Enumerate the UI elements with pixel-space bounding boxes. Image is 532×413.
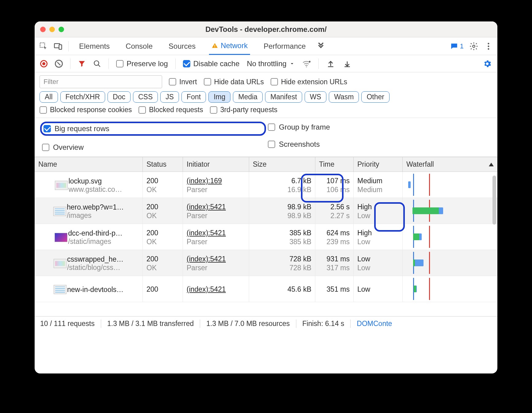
network-conditions-icon[interactable]: [302, 59, 311, 68]
chip-css[interactable]: CSS: [133, 91, 158, 103]
kebab-menu-icon[interactable]: [484, 42, 493, 51]
group-by-frame-checkbox[interactable]: Group by frame: [266, 122, 492, 133]
titlebar: DevTools - developer.chrome.com/: [35, 21, 497, 37]
sort-asc-icon: [489, 163, 494, 166]
thumbnail-icon: [54, 259, 66, 268]
waterfall-bar: [405, 278, 496, 300]
status-transferred: 1.3 MB / 3.1 MB transferred: [101, 320, 200, 328]
col-priority[interactable]: Priority: [354, 157, 403, 172]
status-dcl: DOMConte: [351, 320, 398, 328]
third-party-checkbox[interactable]: 3rd-party requests: [210, 106, 278, 114]
table-row[interactable]: hero.webp?w=1…/images200OK(index):5421Pa…: [35, 198, 497, 224]
col-waterfall[interactable]: Waterfall: [403, 157, 497, 172]
scrollbar-thumb[interactable]: [492, 176, 496, 225]
waterfall-bar: [405, 226, 496, 248]
download-har-icon[interactable]: [343, 59, 352, 68]
svg-point-5: [473, 45, 475, 47]
request-path: /static/images: [68, 237, 123, 246]
status-requests: 10 / 111 requests: [40, 320, 101, 328]
chip-font[interactable]: Font: [181, 91, 206, 103]
chip-doc[interactable]: Doc: [108, 91, 131, 103]
chip-wasm[interactable]: Wasm: [329, 91, 359, 103]
device-toolbar-icon[interactable]: [54, 42, 63, 51]
tab-performance[interactable]: Performance: [261, 37, 308, 55]
request-path: www.gstatic.co…: [68, 185, 122, 194]
blocked-cookies-checkbox[interactable]: Blocked response cookies: [40, 106, 132, 114]
filter-bar: Invert Hide data URLs Hide extension URL…: [35, 72, 497, 118]
filter-icon[interactable]: [78, 60, 86, 68]
tab-sources[interactable]: Sources: [166, 37, 198, 55]
hide-extension-urls-checkbox[interactable]: Hide extension URLs: [271, 78, 347, 86]
initiator-link[interactable]: (index):5421: [187, 229, 245, 237]
tab-elements[interactable]: Elements: [77, 37, 112, 55]
tab-console[interactable]: Console: [123, 37, 155, 55]
chip-img[interactable]: Img: [208, 91, 230, 103]
network-settings-icon[interactable]: [483, 59, 492, 68]
invert-checkbox[interactable]: Invert: [169, 78, 197, 86]
throttling-select[interactable]: No throttling: [247, 59, 294, 68]
initiator-link[interactable]: (index):5421: [187, 203, 245, 211]
overview-checkbox[interactable]: Overview: [40, 142, 266, 153]
settings-icon[interactable]: [469, 42, 478, 51]
network-toolbar: Preserve log Disable cache No throttling: [35, 55, 497, 72]
close-window-button[interactable]: [40, 27, 46, 32]
upload-har-icon[interactable]: [326, 59, 335, 68]
svg-rect-2: [59, 45, 62, 49]
record-button[interactable]: [40, 60, 48, 67]
chip-manifest[interactable]: Manifest: [265, 91, 302, 103]
resource-type-chips: All Fetch/XHR Doc CSS JS Font Img Media …: [40, 91, 492, 103]
table-row[interactable]: new-in-devtools…200(index):542145.6 kB35…: [35, 276, 497, 302]
caret-down-icon: [290, 61, 294, 66]
chip-media[interactable]: Media: [233, 91, 263, 103]
svg-point-9: [94, 61, 99, 65]
status-bar: 10 / 111 requests 1.3 MB / 3.1 MB transf…: [35, 316, 497, 331]
request-path: /static/blog/css…: [67, 263, 124, 272]
request-name: hero.webp?w=1…: [67, 203, 124, 211]
chip-js[interactable]: JS: [160, 91, 179, 103]
initiator-link[interactable]: (index):5421: [187, 285, 245, 294]
blocked-requests-checkbox[interactable]: Blocked requests: [139, 106, 203, 114]
panel-tabstrip: Elements Console Sources Network Perform…: [35, 37, 497, 55]
waterfall-bar: [405, 252, 496, 274]
table-row[interactable]: lockup.svgwww.gstatic.co…200OK(index):16…: [35, 172, 497, 198]
clear-button[interactable]: [55, 60, 63, 68]
inspect-element-icon[interactable]: [39, 42, 48, 51]
waterfall-bar: [405, 174, 496, 196]
grid-header: Name Status Initiator Size Time Priority…: [35, 157, 497, 172]
col-initiator[interactable]: Initiator: [183, 157, 249, 172]
chip-fetch-xhr[interactable]: Fetch/XHR: [60, 91, 105, 103]
more-tabs-icon[interactable]: [316, 42, 325, 51]
chip-all[interactable]: All: [40, 91, 58, 103]
waterfall-bar: [405, 200, 496, 222]
filter-input[interactable]: [40, 75, 162, 88]
table-row[interactable]: dcc-end-third-p…/static/images200OK(inde…: [35, 224, 497, 250]
initiator-link[interactable]: (index):5421: [187, 255, 245, 263]
screenshots-checkbox[interactable]: Screenshots: [266, 139, 492, 150]
request-name: new-in-devtools…: [67, 286, 124, 294]
thumbnail-icon: [55, 233, 67, 242]
message-icon: [450, 42, 458, 50]
col-time[interactable]: Time: [315, 157, 354, 172]
svg-point-7: [488, 45, 489, 47]
big-request-rows-checkbox[interactable]: Big request rows: [40, 122, 266, 136]
request-name: lockup.svg: [68, 177, 122, 185]
messages-badge[interactable]: 1: [450, 42, 464, 50]
hide-data-urls-checkbox[interactable]: Hide data URLs: [204, 78, 264, 86]
chip-other[interactable]: Other: [361, 91, 390, 103]
preserve-log-checkbox[interactable]: Preserve log: [116, 59, 168, 68]
initiator-link[interactable]: (index):169: [187, 177, 245, 185]
svg-rect-3: [215, 45, 215, 47]
disable-cache-checkbox[interactable]: Disable cache: [183, 59, 240, 68]
search-icon[interactable]: [93, 60, 101, 68]
col-name[interactable]: Name: [35, 157, 143, 172]
tab-network[interactable]: Network: [209, 37, 250, 55]
col-status[interactable]: Status: [143, 157, 183, 172]
chip-ws[interactable]: WS: [305, 91, 326, 103]
table-row[interactable]: csswrapped_he…/static/blog/css…200OK(ind…: [35, 250, 497, 276]
status-finish: Finish: 6.14 s: [296, 320, 351, 328]
minimize-window-button[interactable]: [49, 27, 55, 32]
warning-icon: [211, 42, 218, 49]
devtools-window: DevTools - developer.chrome.com/ Element…: [35, 21, 497, 373]
col-size[interactable]: Size: [249, 157, 315, 172]
zoom-window-button[interactable]: [59, 27, 64, 32]
